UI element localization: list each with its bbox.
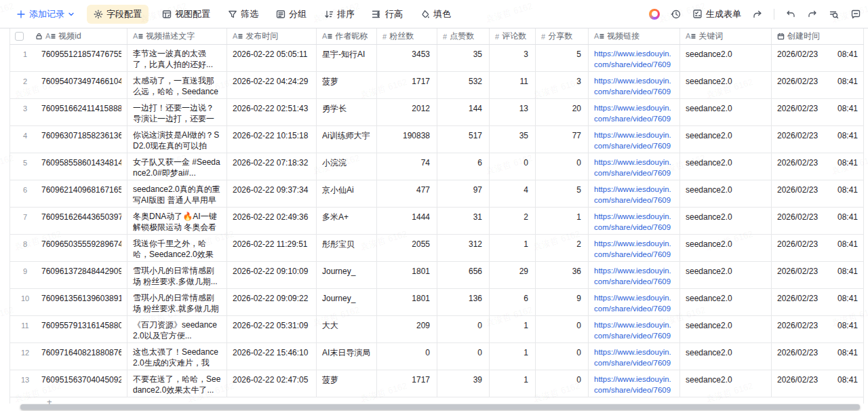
cell-comments[interactable]: 6 [490, 289, 536, 315]
cell-shares[interactable]: 3 [536, 72, 589, 98]
cell-author[interactable]: 大大 [317, 316, 377, 342]
cell-created-time[interactable]: 2026/02/23 08:41 [772, 316, 864, 342]
cell-keyword[interactable]: seedance2.0 [680, 99, 772, 125]
cell-comments[interactable]: 1 [490, 235, 536, 261]
group-button[interactable]: 分组 [272, 5, 311, 24]
cell-comments[interactable]: 35 [490, 126, 536, 153]
cell-comments[interactable]: 29 [490, 262, 536, 288]
row-number[interactable]: 9 [16, 265, 35, 277]
cell-video-id[interactable]: 11 7609557913161458801 [9, 316, 127, 342]
cell-shares[interactable]: 0 [536, 153, 589, 180]
cell-fans[interactable]: 3453 [377, 45, 437, 71]
cell-likes[interactable]: 656 [437, 262, 490, 288]
cell-likes[interactable]: 0 [437, 316, 490, 342]
add-record-button[interactable]: 添加记录 [16, 5, 79, 24]
cell-video-id[interactable]: 13 7609515637040450921 [9, 370, 127, 397]
row-number[interactable]: 12 [16, 347, 35, 358]
view-config-button[interactable]: 视图配置 [158, 5, 214, 24]
column-header[interactable]: # 粉丝数 [377, 28, 437, 44]
row-number[interactable]: 1 [16, 48, 35, 60]
cell-publish-time[interactable]: 2026-02-22 09:09:22 [227, 289, 317, 315]
cell-likes[interactable]: 532 [437, 72, 490, 98]
cell-video-id[interactable]: 5 7609585586014348145 [9, 153, 127, 180]
cell-keyword[interactable]: seedance2.0 [680, 72, 772, 98]
cell-keyword[interactable]: seedance2.0 [680, 289, 772, 315]
cell-video-id[interactable]: 10 7609613561396038912 [9, 289, 127, 315]
cell-video-id[interactable]: 4 7609630718582361363 [9, 126, 127, 153]
row-number[interactable]: 11 [16, 319, 35, 331]
cell-publish-time[interactable]: 2026-02-22 09:10:09 [227, 262, 317, 288]
cell-video-link[interactable]: https://www.iesdouyin.com/share/video/76… [589, 99, 680, 125]
row-number[interactable]: 13 [16, 374, 35, 385]
cell-video-id[interactable]: 3 7609516624114158884 [9, 99, 127, 125]
cell-publish-time[interactable]: 2026-02-22 11:29:51 [227, 235, 317, 261]
cell-video-id[interactable]: 6 7609621409681671652 [9, 180, 127, 207]
cell-video-link[interactable]: https://www.iesdouyin.com/share/video/76… [589, 180, 680, 207]
cell-created-time[interactable]: 2026/02/23 08:41 [772, 45, 864, 71]
row-number[interactable]: 6 [16, 184, 35, 195]
cell-fans[interactable]: 1444 [377, 208, 437, 234]
cell-author[interactable]: 菠萝 [317, 72, 377, 98]
cell-comments[interactable]: 11 [490, 72, 536, 98]
cell-publish-time[interactable]: 2026-02-22 02:47:05 [227, 370, 317, 397]
redo-button[interactable] [807, 9, 818, 20]
cell-publish-time[interactable]: 2026-02-22 05:05:11 [227, 45, 317, 71]
cell-fans[interactable]: 190838 [377, 126, 437, 153]
cell-video-link[interactable]: https://www.iesdouyin.com/share/video/76… [589, 343, 680, 370]
cell-video-id[interactable]: 1 7609551218574767552 [9, 45, 127, 71]
cell-description[interactable]: 女子队又获一金 #Seedance2.0#即梦ai#... [127, 153, 227, 180]
cell-fans[interactable]: 2012 [377, 99, 437, 125]
filter-button[interactable]: 筛选 [224, 5, 262, 24]
cell-video-link[interactable]: https://www.iesdouyin.com/share/video/76… [589, 235, 680, 261]
cell-description[interactable]: seedance2.0真的真的重写AI版图 普通人早用早受... [127, 180, 227, 207]
cell-video-link[interactable]: https://www.iesdouyin.com/share/video/76… [589, 45, 680, 71]
cell-video-link[interactable]: https://www.iesdouyin.com/share/video/76… [589, 126, 680, 153]
cell-description[interactable]: 李节这一波真的太强了，比真人拍的还好... [127, 45, 227, 71]
cell-keyword[interactable]: seedance2.0 [680, 45, 772, 71]
column-header[interactable]: A 关键词 [680, 28, 772, 44]
cell-author[interactable]: 小浣浣 [317, 153, 377, 180]
column-header[interactable]: # 点赞数 [437, 28, 490, 44]
cell-description[interactable]: 《百刀资源》seedance2.0以及官方便... [127, 316, 227, 342]
cell-likes[interactable]: 31 [437, 208, 490, 234]
cell-description[interactable]: 你说这演技是AI做的？SD2.0现在真的可以拍戏... [127, 126, 227, 153]
cell-description[interactable]: 太感动了，一直送我那么远，哈哈，Seedance2.0... [127, 72, 227, 98]
cell-shares[interactable]: 36 [536, 262, 589, 288]
cell-shares[interactable]: 77 [536, 126, 589, 153]
cell-description[interactable]: 雪琪小凡的日常情感剧场 粉丝要求.多做几期... [127, 262, 227, 288]
column-header[interactable]: # 评论数 [490, 28, 536, 44]
share-button[interactable] [752, 9, 763, 20]
row-number[interactable]: 10 [16, 292, 35, 304]
comment-button[interactable] [850, 9, 861, 20]
cell-fans[interactable]: 477 [377, 180, 437, 207]
cell-comments[interactable]: 2 [490, 208, 536, 234]
ai-assistant-button[interactable] [649, 9, 660, 20]
cell-video-link[interactable]: https://www.iesdouyin.com/share/video/76… [589, 208, 680, 234]
add-row-strip[interactable]: + [9, 397, 864, 404]
cell-publish-time[interactable]: 2026-02-22 05:31:09 [227, 316, 317, 342]
cell-video-link[interactable]: https://www.iesdouyin.com/share/video/76… [589, 370, 680, 397]
cell-video-id[interactable]: 7 7609516264436503973 [9, 208, 127, 234]
column-header[interactable]: A 视频链接 [589, 28, 680, 44]
cell-likes[interactable]: 144 [437, 99, 490, 125]
cell-video-id[interactable]: 12 7609716408218808763 [9, 343, 127, 370]
cell-created-time[interactable]: 2026/02/23 08:41 [772, 235, 864, 261]
row-number[interactable]: 4 [16, 130, 35, 141]
cell-keyword[interactable]: seedance2.0 [680, 235, 772, 261]
cell-video-id[interactable]: 8 7609650355592896740 [9, 235, 127, 261]
cell-publish-time[interactable]: 2026-02-22 10:15:18 [227, 126, 317, 153]
cell-description[interactable]: 不要在送了，哈哈，Seedance2.0效果太牛了... [127, 370, 227, 397]
search-button[interactable] [829, 9, 840, 20]
cell-author[interactable]: 勇学长 [317, 99, 377, 125]
cell-video-id[interactable]: 2 7609540734974661046 [9, 72, 127, 98]
cell-shares[interactable]: 1 [536, 208, 589, 234]
cell-shares[interactable]: 0 [536, 370, 589, 397]
cell-comments[interactable]: 1 [490, 316, 536, 342]
sort-button[interactable]: 排序 [320, 5, 359, 24]
cell-fans[interactable]: 1717 [377, 370, 437, 397]
cell-author[interactable]: 彤彤宝贝 [317, 235, 377, 261]
column-header[interactable]: A 作者昵称 [317, 28, 377, 44]
cell-likes[interactable]: 312 [437, 235, 490, 261]
field-config-button[interactable]: 字段配置 [87, 5, 149, 24]
cell-comments[interactable]: 3 [490, 45, 536, 71]
